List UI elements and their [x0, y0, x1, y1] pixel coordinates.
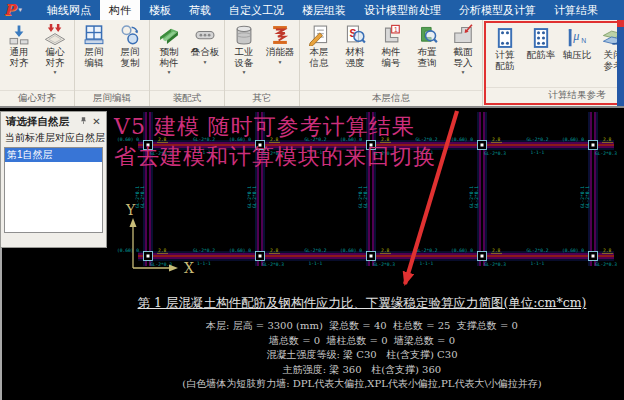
tab-计算结果[interactable]: 计算结果	[545, 0, 607, 20]
svg-text:X: X	[184, 260, 194, 276]
tab-楼层组装[interactable]: 楼层组装	[293, 0, 355, 20]
button-预制构件[interactable]: 预制构件▼	[151, 22, 187, 75]
svg-text:GL-2*0.2: GL-2*0.2	[527, 248, 549, 253]
svg-text:Y: Y	[125, 202, 136, 218]
button-布置查询[interactable]: 布置查询	[409, 22, 445, 68]
svg-text:GL-2*0.1: GL-2*0.1	[474, 186, 479, 208]
section-import-icon	[452, 24, 474, 46]
ribbon-group-计算结果参考: 计算配筋配筋率μN轴压比关闭参考构件信息▼计算结果参考	[484, 21, 624, 105]
ribbon-button-row: 预制构件▼叠合板▼	[150, 20, 224, 90]
left-edge-strip	[0, 248, 2, 400]
close-icon[interactable]: ✕	[90, 115, 103, 128]
report-line: 混凝土强度等级: 梁 C30 柱(含支撑) C30	[108, 348, 616, 363]
button-label: 编号	[382, 58, 401, 69]
button-label: 叠合板	[191, 47, 220, 58]
button-构件编号[interactable]: 1构件编号	[373, 22, 409, 68]
industrial-equipment-icon	[233, 24, 255, 46]
button-label: 构件	[160, 58, 179, 69]
app-logo[interactable]: P ▼	[0, 0, 38, 20]
button-label: 对齐	[10, 58, 29, 69]
ribbon-group-label: 偏心对齐	[0, 90, 74, 106]
button-层间复制[interactable]: 层间复制	[112, 22, 148, 68]
ribbon: 通用对齐偏心对齐▼偏心对齐层间编辑层间复制层间编辑预制构件▼叠合板▼装配式工业设…	[0, 20, 624, 108]
svg-text:2.8: 2.8	[603, 137, 612, 142]
edge-accent	[617, 20, 624, 27]
svg-text:GL-2*0.1: GL-2*0.1	[252, 186, 257, 208]
svg-text:1-1-1: 1-1-1	[531, 150, 545, 155]
ribbon-group-偏心对齐: 通用对齐偏心对齐▼偏心对齐	[0, 20, 75, 106]
ribbon-button-row: 本层信息S材料强度1构件编号布置查询截面导入▼	[300, 20, 482, 90]
panel-header: 请选择自然层 ✕	[1, 112, 106, 131]
dropdown-caret-icon[interactable]: ▼	[53, 69, 58, 75]
report-lines: 本层: 层高 = 3300 (mm) 梁总数 = 40 柱总数 = 25 支撑总…	[108, 319, 616, 392]
svg-text:2.8: 2.8	[381, 248, 390, 253]
button-label: 本层	[310, 47, 329, 58]
interstory-edit-icon	[83, 24, 105, 46]
button-配筋率[interactable]: 配筋率	[523, 25, 559, 61]
button-计算配筋[interactable]: 计算配筋	[487, 25, 523, 71]
button-轴压比[interactable]: μN轴压比	[559, 25, 595, 61]
button-label: 层间	[85, 47, 104, 58]
member-number-icon: 1	[380, 24, 402, 46]
natural-floor-listbox[interactable]: 第1自然层	[4, 147, 103, 233]
svg-text:1-1-1: 1-1-1	[309, 261, 323, 266]
ribbon-group-label: 本层信息	[300, 90, 482, 106]
tab-楼板[interactable]: 楼板	[140, 0, 180, 20]
button-label: 设备	[235, 58, 254, 69]
button-截面导入[interactable]: 截面导入▼	[445, 22, 481, 75]
dropdown-caret-icon[interactable]: ▼	[242, 69, 247, 75]
button-偏心对齐[interactable]: 偏心对齐▼	[37, 22, 73, 75]
ribbon-group-label: 层间编辑	[75, 90, 149, 106]
button-本层信息[interactable]: 本层信息	[301, 22, 337, 68]
dropdown-caret-icon[interactable]: ▼	[203, 59, 208, 65]
button-label: 信息	[310, 58, 329, 69]
ribbon-group-label: 计算结果参考	[486, 87, 624, 103]
tab-设计模型前处理[interactable]: 设计模型前处理	[355, 0, 450, 20]
damper-icon	[269, 24, 291, 46]
pin-icon[interactable]	[77, 115, 90, 128]
svg-text:2.8: 2.8	[492, 248, 501, 253]
button-label: 工业	[235, 47, 254, 58]
interstory-copy-icon	[119, 24, 141, 46]
report-line: (白色墙体为短肢剪力墙: DPL代表大偏拉,XPL代表小偏拉,PL代表大\小偏拉…	[108, 377, 616, 392]
ribbon-button-row: 通用对齐偏心对齐▼	[0, 20, 74, 90]
tab-荷载[interactable]: 荷载	[180, 0, 220, 20]
logo-icon: P	[4, 1, 15, 19]
tab-轴线网点[interactable]: 轴线网点	[38, 0, 100, 20]
menu-bar: P ▼ 轴线网点构件楼板荷载自定义工况楼层组装设计模型前处理分析模型及计算计算结…	[0, 0, 624, 20]
tab-构件[interactable]: 构件	[100, 0, 140, 20]
window-edge-strip	[617, 20, 624, 106]
list-item-第1自然层[interactable]: 第1自然层	[5, 148, 102, 162]
svg-text:GL-2*0.3: GL-2*0.3	[595, 262, 617, 267]
precast-member-icon	[158, 24, 180, 46]
button-label: 复制	[121, 58, 140, 69]
button-层间编辑[interactable]: 层间编辑	[76, 22, 112, 68]
button-材料强度[interactable]: S材料强度	[337, 22, 373, 68]
align-general-icon	[8, 24, 30, 46]
tab-自定义工况[interactable]: 自定义工况	[220, 0, 293, 20]
svg-text:(0.60) 0: (0.60) 0	[117, 248, 139, 253]
app-window: P ▼ 轴线网点构件楼板荷载自定义工况楼层组装设计模型前处理分析模型及计算计算结…	[0, 0, 624, 400]
ribbon-group-label: 其它	[225, 90, 299, 106]
button-通用对齐[interactable]: 通用对齐	[1, 22, 37, 68]
dropdown-caret-icon[interactable]: ▼	[278, 59, 283, 65]
dropdown-caret-icon[interactable]: ▼	[167, 69, 172, 75]
svg-text:GL-2*0.1: GL-2*0.1	[585, 186, 590, 208]
button-label: 配筋	[496, 61, 515, 72]
button-工业设备[interactable]: 工业设备▼	[226, 22, 262, 75]
svg-text:GL-2*0.2: GL-2*0.2	[416, 248, 438, 253]
natural-floor-panel: 请选择自然层 ✕ 当前标准层对应自然层 第1自然层	[0, 111, 107, 248]
svg-text:GL-2*0.3: GL-2*0.3	[484, 151, 506, 156]
button-label: 强度	[346, 58, 365, 69]
dropdown-caret-icon[interactable]: ▼	[461, 69, 466, 75]
button-label: 对齐	[46, 58, 65, 69]
ribbon-button-row: 层间编辑层间复制	[75, 20, 149, 90]
rebar-ratio-icon	[530, 27, 552, 49]
tab-分析模型及计算[interactable]: 分析模型及计算	[450, 0, 545, 20]
svg-text:GL-2*0.3: GL-2*0.3	[262, 262, 284, 267]
button-label: 轴压比	[563, 50, 592, 61]
button-叠合板[interactable]: 叠合板▼	[187, 22, 223, 65]
button-消能器[interactable]: 消能器▼	[262, 22, 298, 65]
calc-rebar-icon	[494, 27, 516, 49]
svg-text:GL-2*0.2: GL-2*0.2	[527, 137, 549, 142]
